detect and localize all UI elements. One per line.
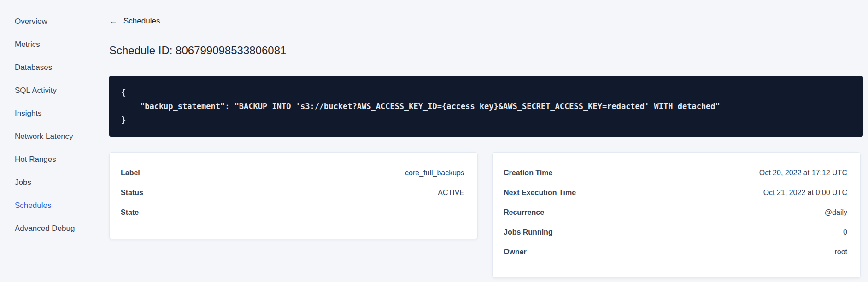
page-title: Schedule ID: 806799098533806081 <box>109 43 868 58</box>
detail-row-status: Status ACTIVE <box>121 183 464 202</box>
detail-label: Owner <box>504 248 527 256</box>
sidebar-item-schedules[interactable]: Schedules <box>0 194 100 217</box>
detail-cards-row: Label core_full_backups Status ACTIVE St… <box>109 152 868 278</box>
sidebar-item-network-latency[interactable]: Network Latency <box>0 125 100 148</box>
detail-value: root <box>834 248 847 256</box>
sidebar-item-insights[interactable]: Insights <box>0 102 100 125</box>
sidebar-item-advanced-debug[interactable]: Advanced Debug <box>0 217 100 240</box>
sidebar-item-metrics[interactable]: Metrics <box>0 33 100 56</box>
detail-row-recurrence: Recurrence @daily <box>504 202 847 222</box>
back-link-label: Schedules <box>123 17 160 26</box>
detail-row-owner: Owner root <box>504 242 847 262</box>
detail-value: @daily <box>825 208 847 217</box>
sidebar-item-overview[interactable]: Overview <box>0 10 100 33</box>
detail-row-jobs-running: Jobs Running 0 <box>504 222 847 242</box>
detail-label: Recurrence <box>504 208 544 217</box>
detail-row-state: State <box>121 202 464 222</box>
detail-value: core_full_backups <box>405 169 464 177</box>
main-content: ← Schedules Schedule ID: 806799098533806… <box>100 0 868 282</box>
sidebar-item-jobs[interactable]: Jobs <box>0 171 100 194</box>
code-line: { <box>121 86 854 99</box>
detail-label: State <box>121 208 139 217</box>
detail-label: Jobs Running <box>504 228 553 236</box>
detail-label: Next Execution Time <box>504 189 576 197</box>
schedule-timing-card: Creation Time Oct 20, 2022 at 17:12 UTC … <box>492 152 861 278</box>
sidebar-item-databases[interactable]: Databases <box>0 56 100 79</box>
code-line: "backup_statement": "BACKUP INTO 's3://b… <box>121 99 854 113</box>
code-line: } <box>121 113 854 127</box>
detail-label: Status <box>121 189 143 197</box>
back-arrow-icon: ← <box>109 17 117 25</box>
detail-value: Oct 21, 2022 at 0:00 UTC <box>763 189 847 197</box>
schedule-definition-code-block: { "backup_statement": "BACKUP INTO 's3:/… <box>109 76 863 137</box>
detail-row-creation-time: Creation Time Oct 20, 2022 at 17:12 UTC <box>504 163 847 183</box>
detail-label: Creation Time <box>504 169 552 177</box>
detail-value: ACTIVE <box>438 189 464 197</box>
sidebar: Overview Metrics Databases SQL Activity … <box>0 0 100 282</box>
sidebar-item-sql-activity[interactable]: SQL Activity <box>0 79 100 102</box>
detail-label: Label <box>121 169 140 177</box>
detail-value: Oct 20, 2022 at 17:12 UTC <box>759 169 847 177</box>
detail-row-next-execution-time: Next Execution Time Oct 21, 2022 at 0:00… <box>504 183 847 202</box>
schedule-summary-card: Label core_full_backups Status ACTIVE St… <box>109 152 478 239</box>
sidebar-item-hot-ranges[interactable]: Hot Ranges <box>0 148 100 171</box>
detail-value: 0 <box>843 228 847 236</box>
detail-row-label: Label core_full_backups <box>121 163 464 183</box>
back-to-schedules-link[interactable]: ← Schedules <box>109 17 160 26</box>
